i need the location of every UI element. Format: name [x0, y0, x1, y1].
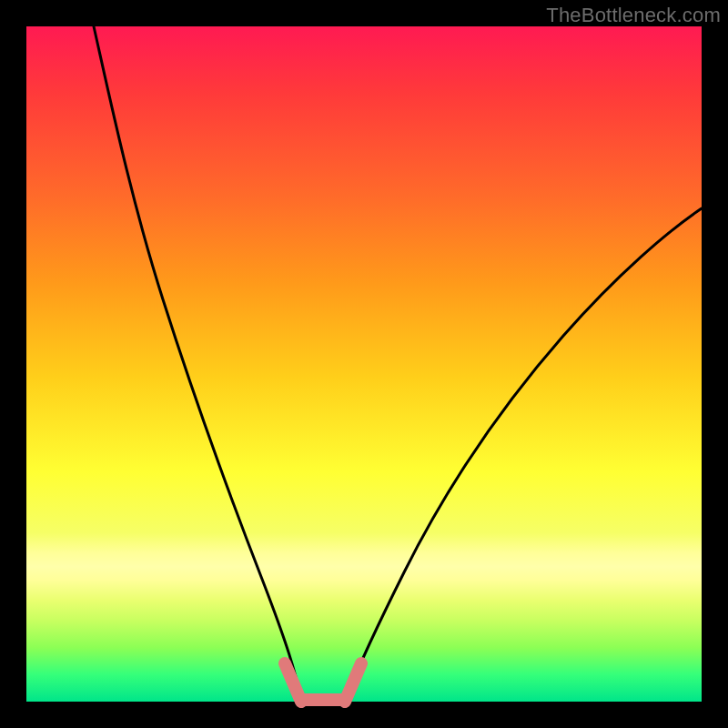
- floor-segment-right: [345, 663, 361, 702]
- curve-right: [345, 208, 702, 702]
- curve-layer: [26, 26, 702, 702]
- curve-left: [94, 26, 301, 702]
- plot-area: [26, 26, 702, 702]
- attribution-text: TheBottleneck.com: [546, 4, 721, 27]
- chart-frame: TheBottleneck.com: [0, 0, 728, 728]
